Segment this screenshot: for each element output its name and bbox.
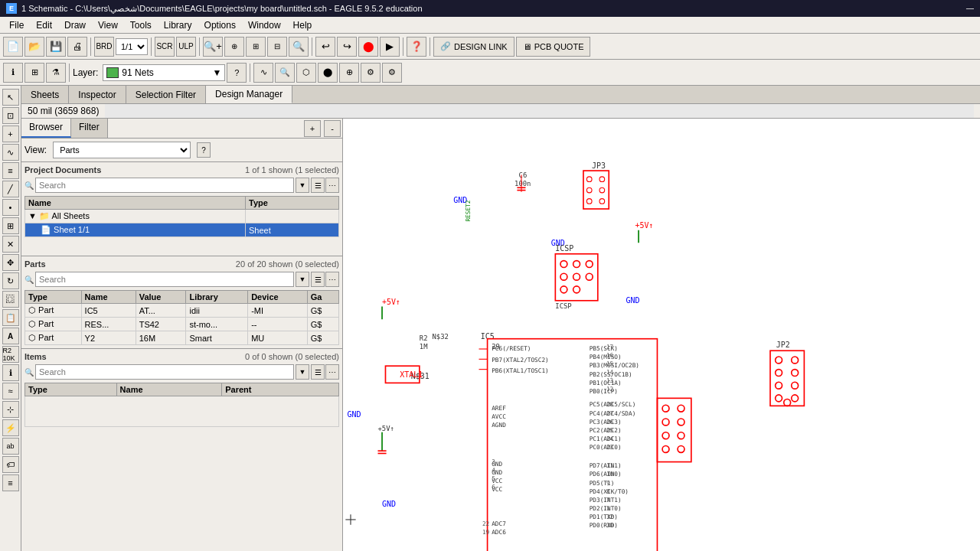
undo-button[interactable]: ↩ <box>315 37 335 57</box>
items-list-btn[interactable]: ☰ <box>311 364 325 380</box>
zoom-in-button[interactable]: 🔍+ <box>203 37 223 57</box>
save-button[interactable]: 💾 <box>46 37 66 57</box>
part-row-ic5[interactable]: ⬡ Part IC5 AT... idii -MI G$ <box>25 304 339 318</box>
tab-inspector[interactable]: Inspector <box>69 86 126 103</box>
sep8 <box>250 64 250 82</box>
tab-design-manager[interactable]: Design Manager <box>206 86 292 103</box>
net-draw-btn[interactable]: ∿ <box>2 144 19 161</box>
align-btn[interactable]: ≡ <box>2 474 19 491</box>
svg-text:JP2: JP2 <box>776 341 790 349</box>
grid-btn[interactable]: ⊞ <box>24 63 44 83</box>
tree-root-row[interactable]: ▼ 📁 All Sheets <box>25 210 339 223</box>
copy-btn[interactable]: ⿴ <box>2 291 19 308</box>
zoom-sel-button[interactable]: ⊟ <box>267 37 287 57</box>
zoom-area-button[interactable]: ⊕ <box>224 37 244 57</box>
part-row-y2[interactable]: ⬡ Part Y2 16M Smart MU G$ <box>25 331 339 345</box>
pcb-quote-label: PCB QUOTE <box>534 42 584 51</box>
items-search-dropdown[interactable]: ▼ <box>296 364 309 380</box>
paste-btn[interactable]: 📋 <box>2 309 19 326</box>
net-btn[interactable]: ∿ <box>253 63 273 83</box>
junction-btn[interactable]: ⬤ <box>318 63 338 83</box>
zoom-fit-button[interactable]: ⊞ <box>246 37 266 57</box>
parts-options-btn[interactable]: ⋯ <box>325 272 339 287</box>
schematic-canvas[interactable]: +5V↑ +5V↑ GND GND GND GND GND C6 100n JP… <box>343 119 980 551</box>
script-button[interactable]: SCR <box>155 37 175 57</box>
open-button[interactable]: 📂 <box>24 37 44 57</box>
menu-help[interactable]: Help <box>287 18 318 32</box>
ulp-button[interactable]: ULP <box>176 37 196 57</box>
project-docs-list-btn[interactable]: ☰ <box>311 178 325 193</box>
items-search[interactable] <box>35 364 294 380</box>
parts-list-btn[interactable]: ☰ <box>311 272 325 287</box>
tab-sheets[interactable]: Sheets <box>21 86 69 103</box>
info-btn[interactable]: ℹ <box>3 63 23 83</box>
sub-nav-zoom-in[interactable]: + <box>304 120 321 137</box>
menu-library[interactable]: Library <box>158 18 198 32</box>
subtab-browser[interactable]: Browser <box>21 119 71 138</box>
label-btn[interactable]: ab <box>2 438 19 455</box>
stop-button[interactable]: ⬤ <box>358 37 378 57</box>
sheet-row[interactable]: 📄 Sheet 1/1 Sheet <box>25 223 339 237</box>
filter-btn[interactable]: ⚗ <box>46 63 66 83</box>
add-btn[interactable]: ⊞ <box>2 217 19 234</box>
crosshair-btn[interactable]: + <box>2 126 19 142</box>
part-row-res[interactable]: ⬡ Part RES... TS42 st-mo... -- G$ <box>25 318 339 331</box>
project-docs-options-btn[interactable]: ⋯ <box>325 178 339 193</box>
delete-btn[interactable]: ✕ <box>2 236 19 253</box>
menu-edit[interactable]: Edit <box>30 18 58 32</box>
redo-button[interactable]: ↪ <box>337 37 357 57</box>
netport-btn[interactable]: ⊕ <box>339 63 359 83</box>
menu-options[interactable]: Options <box>198 18 242 32</box>
svg-text:23: 23 <box>606 444 614 451</box>
close-button[interactable]: ─ <box>966 2 974 15</box>
rotate2-btn[interactable]: ↻ <box>2 272 19 289</box>
info2-btn[interactable]: ℹ <box>2 364 19 381</box>
move2-btn[interactable]: ⊹ <box>2 401 19 418</box>
wire-btn[interactable]: ╱ <box>2 181 19 197</box>
menu-draw[interactable]: Draw <box>58 18 92 32</box>
menu-window[interactable]: Window <box>242 18 287 32</box>
text-btn[interactable]: A <box>2 328 19 344</box>
print-button[interactable]: 🖨 <box>67 37 87 57</box>
settings-btn[interactable]: ⚙ <box>361 63 381 83</box>
project-docs-search[interactable] <box>35 178 294 193</box>
forward-button[interactable]: ▶ <box>380 37 400 57</box>
menu-tools[interactable]: Tools <box>124 18 158 32</box>
move-btn[interactable]: ✥ <box>2 254 19 271</box>
svg-text:RESET2: RESET2 <box>465 201 472 222</box>
search-net-btn[interactable]: 🔍 <box>275 63 295 83</box>
menu-file[interactable]: File <box>3 18 30 32</box>
sub-nav-zoom-out[interactable]: - <box>324 120 341 137</box>
junction2-btn[interactable]: • <box>2 199 19 216</box>
menu-view[interactable]: View <box>92 18 124 32</box>
parts-search[interactable] <box>35 272 294 287</box>
net-select-btn[interactable]: ≈ <box>2 383 19 399</box>
view-label: View: <box>24 145 47 155</box>
tag-btn[interactable]: 🏷 <box>2 456 19 473</box>
select-btn[interactable]: ↖ <box>2 89 19 106</box>
design-link-button[interactable]: 🔗 DESIGN LINK <box>433 37 514 57</box>
value-btn[interactable]: R2 10K <box>2 346 19 363</box>
parts-table-scroll[interactable]: Type Name Value Library Device Ga <box>24 290 339 345</box>
tab-selection-filter[interactable]: Selection Filter <box>126 86 206 103</box>
bus-btn[interactable]: ≡ <box>2 162 19 179</box>
new-button[interactable]: 📄 <box>3 37 23 57</box>
help-button[interactable]: ❓ <box>407 37 426 57</box>
cam-button[interactable]: BRD <box>94 37 114 57</box>
subtab-filter[interactable]: Filter <box>71 119 108 138</box>
layer-combo[interactable]: 91 Nets ▼ <box>103 64 225 81</box>
zoom-out-button[interactable]: 🔍 <box>289 37 309 57</box>
pad-btn[interactable]: ⬡ <box>296 63 316 83</box>
layer-help-btn[interactable]: ? <box>227 63 247 83</box>
project-docs-search-dropdown[interactable]: ▼ <box>296 178 309 193</box>
all-sheets-type <box>246 210 339 223</box>
view-combo[interactable]: Parts <box>53 142 191 158</box>
view-help-btn[interactable]: ? <box>197 142 211 158</box>
parts-search-dropdown[interactable]: ▼ <box>296 272 309 287</box>
mirror-btn[interactable]: ⊡ <box>2 107 19 124</box>
items-options-btn[interactable]: ⋯ <box>325 364 339 380</box>
smash-btn[interactable]: ⚡ <box>2 419 19 436</box>
pcb-quote-button[interactable]: 🖥 PCB QUOTE <box>516 37 591 57</box>
page-combo[interactable]: 1/1 <box>116 38 148 55</box>
settings2-btn[interactable]: ⚙ <box>382 63 402 83</box>
